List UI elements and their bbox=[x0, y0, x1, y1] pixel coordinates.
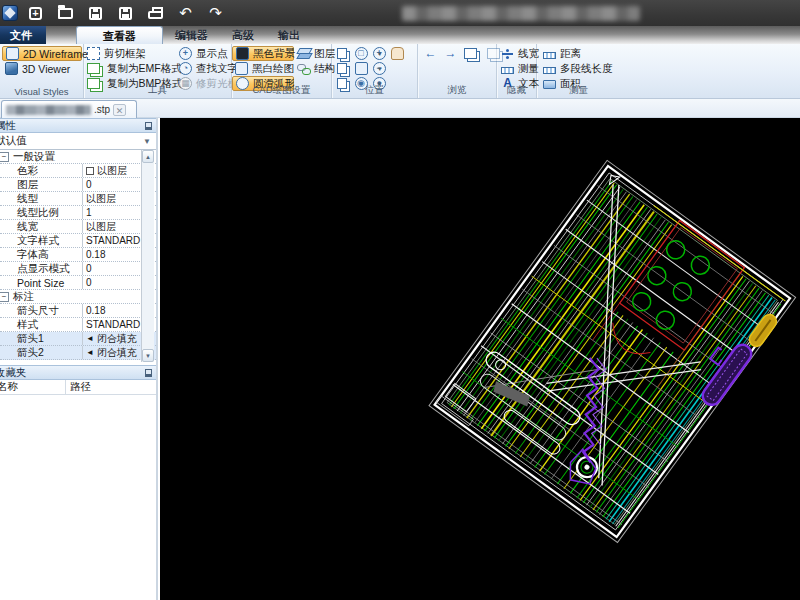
print-icon bbox=[148, 11, 163, 19]
property-value-text: 0 bbox=[86, 263, 92, 274]
property-value-text: 0.18 bbox=[86, 249, 105, 260]
save-as-icon bbox=[119, 7, 132, 20]
property-row[interactable]: 箭头2◄闭合填充 bbox=[0, 346, 156, 360]
property-label: 线宽 bbox=[0, 220, 82, 234]
pin-icon[interactable] bbox=[145, 369, 152, 377]
scroll-up-icon[interactable]: ▲ bbox=[142, 150, 154, 163]
layers-icon bbox=[297, 47, 310, 60]
button-polyline-length[interactable]: 多段线长度 bbox=[540, 61, 637, 76]
tab-advanced[interactable]: 高级 bbox=[220, 26, 266, 44]
button-hide-linewidth[interactable]: 线宽 bbox=[498, 46, 536, 61]
button-hide-measure[interactable]: 测量 bbox=[498, 61, 536, 76]
property-row[interactable]: 线型以图层 bbox=[0, 192, 156, 206]
property-row[interactable]: 箭头1◄闭合填充 bbox=[0, 332, 156, 346]
group-label-position: 位置 bbox=[332, 84, 417, 97]
property-row[interactable]: 线宽以图层 bbox=[0, 220, 156, 234]
new-button[interactable]: + bbox=[27, 6, 44, 21]
property-label: 箭头2 bbox=[0, 346, 82, 360]
pin-icon[interactable] bbox=[145, 122, 152, 130]
property-value-text: 以图层 bbox=[86, 192, 116, 205]
title-bar: + ↶ ↷ bbox=[0, 0, 800, 26]
back-arrow-icon[interactable]: ← bbox=[424, 47, 437, 60]
cad-viewport[interactable] bbox=[160, 118, 800, 600]
paste-view-button[interactable] bbox=[337, 63, 347, 74]
property-label: 图层 bbox=[0, 178, 82, 192]
open-button[interactable] bbox=[57, 6, 74, 21]
tab-output[interactable]: 输出 bbox=[266, 26, 312, 44]
copy-view-button[interactable] bbox=[337, 48, 347, 59]
document-extension: .stp bbox=[94, 104, 110, 115]
button-bw-drawing[interactable]: 黑白绘图 bbox=[232, 61, 294, 76]
open-folder-icon bbox=[58, 8, 73, 19]
property-row[interactable]: 点显示模式0 bbox=[0, 262, 156, 276]
property-value-text: STANDARD bbox=[86, 319, 140, 330]
forward-arrow-icon[interactable]: → bbox=[444, 47, 457, 60]
preset-dropdown[interactable]: 默认值 ▼ bbox=[0, 133, 156, 150]
property-value-text: 0 bbox=[86, 179, 92, 190]
button-black-background[interactable]: 黑色背景 bbox=[232, 46, 294, 61]
properties-scrollbar[interactable]: ▲ ▼ bbox=[141, 150, 154, 362]
property-value-text: 闭合填充 bbox=[97, 332, 137, 345]
property-value-text: 0.18 bbox=[86, 305, 105, 316]
tab-editor[interactable]: 编辑器 bbox=[163, 26, 220, 44]
document-name-redacted bbox=[6, 105, 91, 115]
group-label-measure: 测量 bbox=[537, 84, 637, 97]
button-clip-frame[interactable]: 剪切框架 bbox=[84, 46, 176, 61]
favorites-title: 收藏夹 bbox=[0, 366, 27, 380]
filled-arrow-icon: ◄ bbox=[86, 349, 94, 357]
property-label: 线型 bbox=[0, 192, 82, 206]
property-row[interactable]: Point Size0 bbox=[0, 276, 156, 290]
previous-view-icon[interactable] bbox=[464, 48, 477, 59]
group-browse: ← → 浏览 bbox=[418, 44, 497, 98]
save-button[interactable] bbox=[87, 6, 104, 21]
property-section-row[interactable]: 标注 bbox=[0, 290, 156, 304]
favorites-col-name[interactable]: 名称 bbox=[0, 380, 66, 394]
tab-viewer[interactable]: 查看器 bbox=[76, 26, 163, 44]
property-value-text: 以图层 bbox=[97, 164, 127, 177]
ribbon: 2D Wireframe 3D Viewer Visual Styles 剪切框… bbox=[0, 44, 800, 99]
group-tools: 剪切框架 复制为EMF格式 复制为BMP格式 + 显示点 ◔ 查找文字 ▦ 修 bbox=[84, 44, 232, 98]
property-label: 箭头1 bbox=[0, 332, 82, 346]
group-label-visual-styles: Visual Styles bbox=[0, 86, 83, 97]
property-row[interactable]: 箭头尺寸0.18 bbox=[0, 304, 156, 318]
undo-button[interactable]: ↶ bbox=[177, 6, 194, 21]
group-label-browse: 浏览 bbox=[418, 84, 496, 97]
find-text-icon: ◔ bbox=[179, 62, 192, 75]
save-as-button[interactable] bbox=[117, 6, 134, 21]
zoom-out-button[interactable]: −▾ bbox=[373, 62, 386, 75]
button-distance[interactable]: 距离 bbox=[540, 46, 637, 61]
button-2d-wireframe[interactable]: 2D Wireframe bbox=[2, 46, 82, 61]
group-label-cad-settings: CAD绘图设置 bbox=[232, 84, 331, 97]
color-swatch-icon bbox=[86, 167, 94, 175]
button-3d-viewer[interactable]: 3D Viewer bbox=[2, 61, 83, 76]
hand-pan-button[interactable] bbox=[391, 47, 404, 60]
redo-button[interactable]: ↷ bbox=[207, 6, 224, 21]
property-row[interactable]: 线型比例1 bbox=[0, 206, 156, 220]
group-label-hide: 隐藏 bbox=[497, 84, 536, 97]
group-visual-styles: 2D Wireframe 3D Viewer Visual Styles bbox=[0, 44, 84, 98]
property-row[interactable]: 色彩以图层 bbox=[0, 164, 156, 178]
close-icon[interactable]: ✕ bbox=[113, 104, 126, 116]
property-value-text: 闭合填充 bbox=[97, 346, 137, 359]
property-row[interactable]: 字体高0.18 bbox=[0, 248, 156, 262]
app-icon[interactable] bbox=[2, 5, 18, 21]
zoom-extents-button[interactable] bbox=[355, 62, 368, 75]
property-row[interactable]: 文字样式STANDARD bbox=[0, 234, 156, 248]
print-button[interactable] bbox=[147, 6, 164, 21]
tab-file[interactable]: 文件 bbox=[0, 26, 46, 44]
property-value-text: 1 bbox=[86, 207, 92, 218]
measure-ruler-icon bbox=[501, 67, 514, 74]
zoom-in-button[interactable]: +▾ bbox=[373, 47, 386, 60]
property-section-row[interactable]: 一般设置 bbox=[0, 150, 156, 164]
document-tab[interactable]: .stp ✕ bbox=[1, 100, 137, 118]
property-label: 一般设置 bbox=[0, 150, 142, 164]
button-copy-emf[interactable]: 复制为EMF格式 bbox=[84, 61, 176, 76]
zoom-window-button[interactable]: □ bbox=[355, 47, 368, 60]
property-row[interactable]: 图层0 bbox=[0, 178, 156, 192]
undo-icon: ↶ bbox=[179, 7, 192, 20]
scroll-down-icon[interactable]: ▼ bbox=[142, 349, 154, 362]
property-row[interactable]: 样式STANDARD bbox=[0, 318, 156, 332]
favorites-col-path[interactable]: 路径 bbox=[66, 380, 91, 394]
property-value-text: STANDARD bbox=[86, 235, 140, 246]
redo-icon: ↷ bbox=[209, 7, 222, 20]
